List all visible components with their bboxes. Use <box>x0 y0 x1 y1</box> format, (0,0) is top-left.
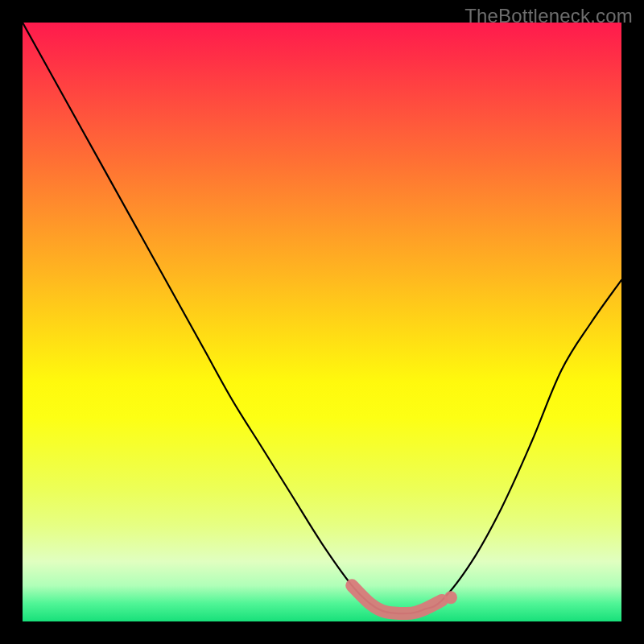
bottleneck-curve <box>23 23 621 613</box>
highlight-end-dot <box>444 591 457 604</box>
watermark-text: TheBottleneck.com <box>464 5 633 27</box>
highlight-band <box>352 585 442 613</box>
curve-svg <box>23 23 621 621</box>
plot-area <box>23 23 621 621</box>
chart-container: TheBottleneck.com <box>0 0 644 644</box>
